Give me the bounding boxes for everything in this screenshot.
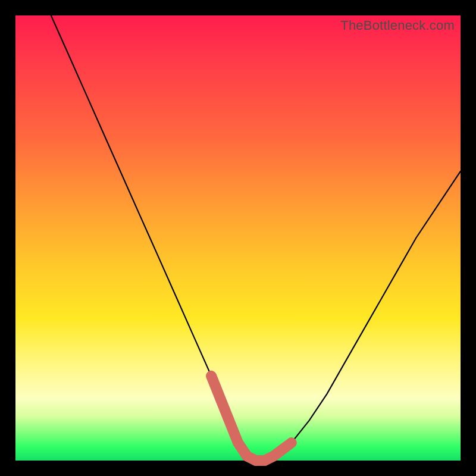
bottleneck-curve (51, 15, 461, 461)
outer-frame: TheBottleneck.com (0, 0, 476, 476)
chart-svg (15, 15, 461, 461)
plot-area: TheBottleneck.com (15, 15, 461, 461)
bottleneck-curve-highlight (211, 376, 292, 461)
